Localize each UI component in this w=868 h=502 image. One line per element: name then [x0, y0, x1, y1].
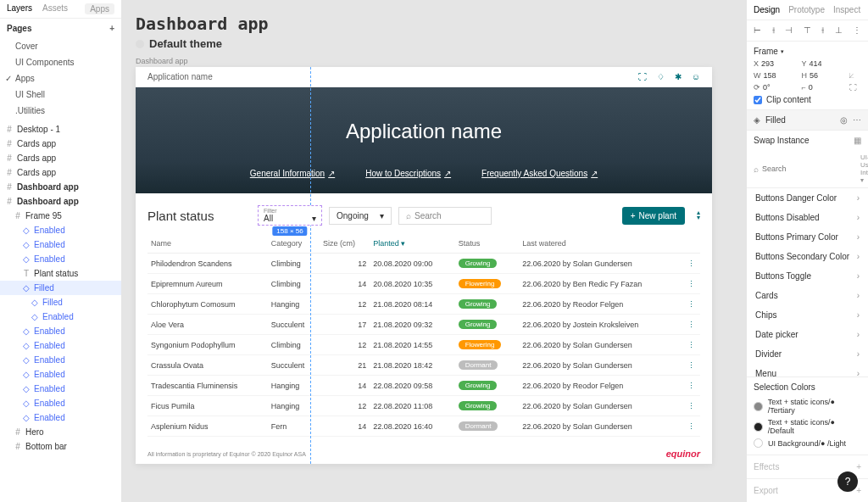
- row-menu-icon[interactable]: ⋮: [682, 376, 700, 396]
- distribute-icon[interactable]: ⋮: [853, 25, 861, 36]
- rotation-field[interactable]: ⟳0°: [754, 83, 797, 92]
- layer-item[interactable]: #Desktop - 1: [0, 122, 121, 137]
- row-menu-icon[interactable]: ⋮: [682, 254, 700, 274]
- library-picker[interactable]: UI—User Int… ▾: [860, 153, 868, 184]
- swap-icon[interactable]: ▴▾: [697, 210, 700, 220]
- page-item[interactable]: Apps: [0, 70, 121, 86]
- layer-item[interactable]: #Bottom bar: [0, 439, 121, 454]
- column-header[interactable]: Category: [268, 234, 320, 254]
- selection-color-row[interactable]: UI Background/● /Light: [754, 437, 861, 449]
- layer-item[interactable]: TPlant status: [0, 266, 121, 281]
- align-top-icon[interactable]: ⊤: [804, 25, 811, 36]
- row-menu-icon[interactable]: ⋮: [682, 274, 700, 294]
- hero-link[interactable]: How to Descriptions↗: [365, 169, 451, 178]
- layer-item[interactable]: ◇Enabled: [0, 367, 121, 382]
- column-header[interactable]: Size (cm): [320, 234, 370, 254]
- component-item[interactable]: Buttons Secondary Color›: [747, 247, 868, 266]
- row-menu-icon[interactable]: ⋮: [682, 416, 700, 437]
- constrain-icon[interactable]: ⟀: [849, 71, 861, 80]
- new-plant-button[interactable]: +New plant: [622, 207, 685, 225]
- tab-inspect[interactable]: Inspect: [833, 5, 860, 14]
- component-search[interactable]: ⌕ UI—User Int… ▾: [747, 150, 868, 188]
- plus-icon[interactable]: +: [856, 486, 861, 495]
- filter-select[interactable]: Filter All▾ 158 × 56: [258, 205, 322, 226]
- row-menu-icon[interactable]: ⋮: [682, 294, 700, 315]
- layer-item[interactable]: ◇Enabled: [0, 223, 121, 237]
- layer-item[interactable]: ◇Enabled: [0, 310, 121, 324]
- frame-header[interactable]: Frame▾: [754, 47, 861, 56]
- layer-item[interactable]: ◇Enabled: [0, 237, 121, 252]
- y-field[interactable]: Y414: [802, 59, 845, 68]
- tab-design[interactable]: Design: [754, 5, 780, 14]
- align-hcenter-icon[interactable]: ⫲: [772, 25, 775, 36]
- add-page-icon[interactable]: +: [109, 24, 114, 33]
- layer-item[interactable]: ◇Enabled: [0, 252, 121, 266]
- row-menu-icon[interactable]: ⋮: [682, 396, 700, 416]
- layer-item[interactable]: #Cards app: [0, 151, 121, 165]
- plus-icon[interactable]: +: [856, 462, 861, 471]
- canvas[interactable]: Dashboard app Default theme Dashboard ap…: [122, 0, 746, 502]
- layer-item[interactable]: #Cards app: [0, 137, 121, 151]
- align-bottom-icon[interactable]: ⊥: [835, 25, 843, 36]
- radius-field[interactable]: ⌐0: [802, 83, 845, 92]
- layer-item[interactable]: ◇Enabled: [0, 324, 121, 338]
- align-left-icon[interactable]: ⊢: [754, 25, 761, 36]
- layer-item[interactable]: #Dashboard app: [0, 194, 121, 209]
- hero-link[interactable]: Frequently Asked Questions↗: [481, 169, 598, 178]
- component-item[interactable]: Buttons Disabled›: [747, 208, 868, 227]
- layer-item[interactable]: ◇Enabled: [0, 410, 121, 425]
- tab-assets[interactable]: Assets: [42, 3, 68, 14]
- accessibility-icon[interactable]: ✱: [675, 72, 682, 81]
- component-item[interactable]: Buttons Toggle›: [747, 266, 868, 286]
- selection-color-row[interactable]: Text + static icons/● /Default: [754, 416, 861, 437]
- column-header[interactable]: Name: [147, 234, 268, 254]
- layer-item[interactable]: ◇Enabled: [0, 396, 121, 410]
- grid-view-icon[interactable]: ▦: [854, 136, 861, 145]
- layer-item[interactable]: ◇Filled: [0, 295, 121, 310]
- fullscreen-icon[interactable]: ⛶: [638, 72, 647, 81]
- layer-item[interactable]: ◇Enabled: [0, 382, 121, 396]
- expand- icon[interactable]: ⛶: [849, 83, 861, 92]
- component-item[interactable]: Chips›: [747, 305, 868, 325]
- component-item[interactable]: Menu›: [747, 364, 868, 377]
- column-header[interactable]: Planted ▾: [370, 234, 454, 254]
- ongoing-select[interactable]: Ongoing▾: [329, 207, 392, 225]
- layer-item[interactable]: #Cards app: [0, 165, 121, 180]
- column-header[interactable]: Status: [455, 234, 520, 254]
- component-item[interactable]: Buttons Primary Color›: [747, 227, 868, 247]
- row-menu-icon[interactable]: ⋮: [682, 355, 700, 376]
- goto-main-icon[interactable]: ◎: [840, 115, 848, 125]
- page-item[interactable]: UI Components: [0, 54, 121, 70]
- component-search-input[interactable]: [762, 165, 857, 173]
- align-vcenter-icon[interactable]: ⫲: [821, 25, 824, 36]
- component-item[interactable]: Divider›: [747, 344, 868, 364]
- tab-lib[interactable]: Apps: [85, 3, 114, 14]
- bell-icon[interactable]: ♢: [657, 72, 665, 81]
- clip-content-checkbox[interactable]: Clip content: [754, 95, 861, 104]
- column-header[interactable]: Last watered: [519, 234, 682, 254]
- row-menu-icon[interactable]: ⋮: [682, 335, 700, 355]
- align-right-icon[interactable]: ⊣: [785, 25, 793, 36]
- layer-item[interactable]: #Dashboard app: [0, 180, 121, 194]
- hero-link[interactable]: General Information↗: [250, 169, 335, 178]
- selection-color-row[interactable]: Text + static icons/● /Tertiary: [754, 396, 861, 416]
- frame-label[interactable]: Dashboard app: [136, 57, 732, 65]
- more-icon[interactable]: ⋯: [853, 115, 861, 125]
- help-fab[interactable]: ?: [837, 471, 858, 492]
- layer-item[interactable]: #Hero: [0, 425, 121, 439]
- w-field[interactable]: W158: [754, 71, 797, 80]
- tab-layers[interactable]: Layers: [7, 3, 32, 14]
- component-item[interactable]: Date picker›: [747, 325, 868, 344]
- layer-item[interactable]: #Frame 95: [0, 209, 121, 223]
- tab-prototype[interactable]: Prototype: [788, 5, 825, 14]
- row-menu-icon[interactable]: ⋮: [682, 315, 700, 335]
- page-item[interactable]: .Utilities: [0, 103, 121, 119]
- layer-item[interactable]: ◇Enabled: [0, 353, 121, 367]
- instance-name[interactable]: Filled: [765, 115, 786, 125]
- search-input[interactable]: ⌕Search: [398, 207, 492, 225]
- layer-item[interactable]: ◇Filled: [0, 281, 121, 295]
- page-item[interactable]: Cover: [0, 38, 121, 54]
- user-icon[interactable]: ☺: [692, 72, 700, 81]
- component-item[interactable]: Buttons Danger Color›: [747, 188, 868, 208]
- x-field[interactable]: X293: [754, 59, 797, 68]
